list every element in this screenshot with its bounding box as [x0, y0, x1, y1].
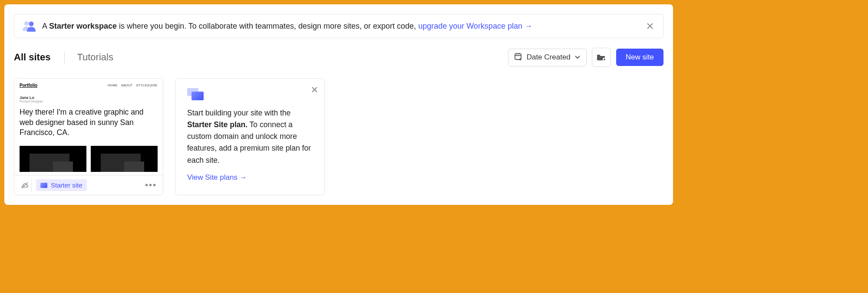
badge-label: Starter site: [51, 181, 83, 189]
thumb-nav-styleguide: STYLEGUIDE: [136, 84, 158, 87]
more-options-button[interactable]: •••: [142, 180, 159, 190]
new-folder-button[interactable]: [592, 48, 611, 67]
promo-before: Start building your site with the: [187, 109, 290, 117]
chevron-down-icon: [575, 54, 580, 60]
tab-tutorials[interactable]: Tutorials: [77, 50, 113, 65]
svg-point-0: [24, 21, 29, 26]
promo-text: Start building your site with the Starte…: [187, 107, 313, 166]
cards-grid: Portfolio HOME ABOUT STYLEGUIDE Jane Lo …: [14, 78, 663, 195]
new-site-button[interactable]: New site: [616, 49, 663, 66]
tab-divider: [64, 51, 65, 63]
svg-point-1: [29, 22, 34, 26]
site-plan-promo-card: Start building your site with the Starte…: [175, 78, 325, 195]
banner-text: A Starter workspace is where you begin. …: [42, 22, 639, 31]
tabs: All sites Tutorials: [14, 50, 113, 65]
workspace-upgrade-banner: A Starter workspace is where you begin. …: [14, 14, 663, 38]
thumb-author-name: Jane Lo: [20, 95, 158, 100]
sort-dropdown[interactable]: Date Created: [508, 49, 587, 66]
site-plan-badge[interactable]: Starter site: [36, 179, 87, 191]
close-icon[interactable]: [312, 86, 317, 95]
app-frame: A Starter workspace is where you begin. …: [4, 4, 673, 205]
stacked-folders-icon: [187, 88, 313, 100]
thumb-author-role: Product Designer: [20, 100, 158, 103]
people-icon: [22, 20, 36, 32]
sort-label: Date Created: [527, 53, 571, 62]
thumb-description: Hey there! I'm a creative graphic and we…: [20, 107, 158, 138]
thumb-nav-about: ABOUT: [121, 84, 133, 87]
site-card-footer: Starter site •••: [14, 175, 163, 195]
thumb-image-1: [20, 146, 86, 172]
tab-all-sites[interactable]: All sites: [14, 50, 50, 65]
folder-icon: [40, 183, 47, 188]
site-thumbnail: Portfolio HOME ABOUT STYLEGUIDE Jane Lo …: [14, 79, 163, 175]
promo-bold: Starter Site plan.: [187, 120, 248, 129]
banner-prefix: A: [42, 22, 49, 30]
thumb-image-2: [91, 146, 158, 172]
toolbar: All sites Tutorials Date Created New sit…: [14, 48, 663, 67]
upgrade-workspace-link[interactable]: upgrade your Workspace plan →: [418, 22, 532, 30]
view-site-plans-link[interactable]: View Site plans →: [187, 173, 313, 182]
unpublished-icon: [18, 178, 32, 192]
banner-bold: Starter workspace: [49, 22, 117, 30]
thumb-logo: Portfolio: [20, 83, 37, 88]
calendar-icon: [515, 53, 522, 63]
close-icon[interactable]: [645, 21, 655, 31]
thumb-nav-home: HOME: [108, 84, 118, 87]
banner-rest: is where you begin. To collaborate with …: [117, 22, 418, 30]
site-card[interactable]: Portfolio HOME ABOUT STYLEGUIDE Jane Lo …: [14, 78, 163, 195]
